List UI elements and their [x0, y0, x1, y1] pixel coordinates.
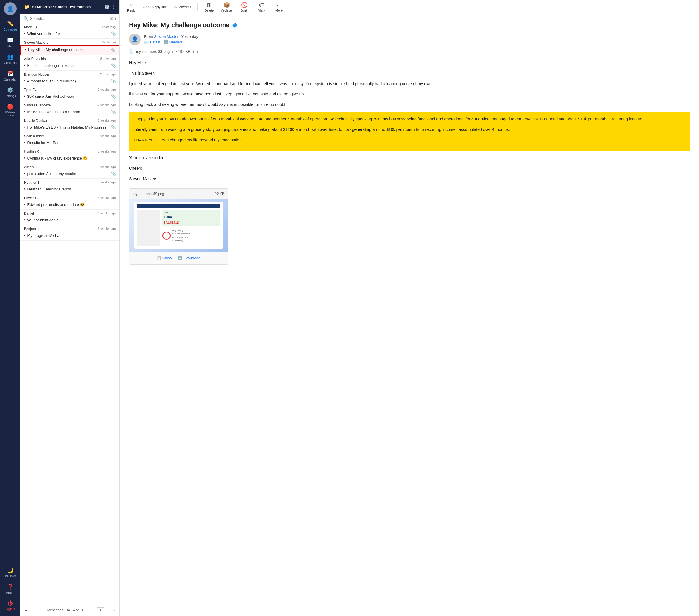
junk-button[interactable]: 🚫 Junk — [238, 2, 250, 12]
sender-name: Sean Kimber — [24, 134, 44, 138]
email-date: 5 weeks ago — [98, 165, 116, 169]
delete-label: Delete — [205, 9, 214, 12]
current-page[interactable]: 1 — [97, 607, 104, 613]
sender-name: Brandon Nguyen — [24, 72, 50, 77]
show-button[interactable]: 📋 Show — [157, 255, 172, 261]
archive-button[interactable]: 📦 Archive — [221, 2, 233, 12]
download-button[interactable]: ⬇️ Download — [178, 255, 200, 261]
more-options-icon[interactable]: ⋮ — [112, 5, 116, 9]
headers-link[interactable]: ℹ️ Headers — [164, 40, 183, 44]
search-icon: 🔍 — [23, 16, 28, 21]
email-attachment-icon: 📎 — [111, 94, 116, 98]
mock-circle-group: Avg earning of$10,000 Per monthafter 4 m… — [162, 229, 220, 243]
filter-icons: ✉ ▾ — [110, 16, 116, 21]
reply-all-label: Reply all — [152, 5, 164, 9]
email-subject-text: Finished challenge - results — [27, 63, 109, 68]
email-list-item[interactable]: • Hey Mike; My challenge outcome 📎 — [21, 45, 119, 55]
email-subject-text: Edward pro results and update 😎 — [27, 202, 116, 207]
from-name[interactable]: Steven Masters — [154, 35, 180, 39]
delete-button[interactable]: 🗑 Delete — [203, 2, 215, 12]
sidebar-item-webmail-home[interactable]: 🔴 WebmailHome — [0, 101, 21, 120]
reply-button[interactable]: ↩ Reply — [126, 2, 137, 12]
email-attachment-icon: 📎 — [110, 48, 115, 52]
email-sender-row: Sean Kimber3 weeks ago — [21, 132, 119, 139]
email-list-item[interactable]: • 4 month results (in recurring) 📎 — [21, 77, 119, 86]
mock-sidebar — [137, 210, 160, 246]
sidebar-item-calendar[interactable]: 📅 Calendar — [0, 67, 21, 84]
forward-button[interactable]: ↪ Forward ▾ — [172, 4, 191, 10]
sender-name: Steven Masters — [24, 41, 48, 45]
attachment-preview: my-numbers-$$.png ~192 KB Clicks 1,384 — [129, 188, 228, 265]
refresh-icon[interactable]: 🔄 — [104, 5, 109, 9]
email-date: 12 days ago — [98, 72, 116, 77]
email-list-item[interactable]: • your student daniel — [21, 216, 119, 225]
sidebar-item-mail[interactable]: ✉️ Mail — [0, 34, 21, 51]
email-list-item[interactable]: • $9K since Jan Michael wow 📎 — [21, 92, 119, 102]
email-bullet: • — [24, 171, 26, 176]
attachment-preview-footer: 📋 Show ⬇️ Download — [129, 252, 228, 264]
email-sender-row: Sandra Franceze2 weeks ago — [21, 102, 119, 108]
topbar-actions: 🔄 ⋮ — [104, 5, 116, 9]
email-date: 6 weeks ago — [98, 227, 116, 231]
email-list-item[interactable]: • Edward pro results and update 😎 — [21, 201, 119, 210]
mock-main: Clicks 1,384 $41,614.23 Avg earning of$1… — [162, 210, 220, 246]
last-page-button[interactable]: » — [111, 607, 116, 613]
email-subject-text: Hey Mike; My challenge outcome — [28, 48, 109, 52]
more-button[interactable]: ⋯ More — [273, 2, 285, 12]
sidebar-item-about[interactable]: ❓ About — [0, 581, 21, 597]
details-link[interactable]: ✉️ Details — [144, 40, 161, 44]
sender-name: Aileen — [24, 165, 34, 169]
mark-icon: 🏷 — [259, 2, 264, 8]
details-icon: ✉️ — [144, 40, 149, 44]
body-greeting: Hey Mike — [129, 59, 690, 67]
sender-name: Marie .B. — [24, 25, 38, 29]
sender-name: Daniel — [24, 212, 34, 216]
email-sender-row: Aria Reynolds8 days ago — [21, 55, 119, 62]
prev-page-button[interactable]: ‹ — [30, 607, 34, 613]
email-bullet: • — [25, 47, 26, 52]
mark-button[interactable]: 🏷 Mark — [256, 2, 267, 12]
email-sender-row: Daniel6 weeks ago — [21, 210, 119, 216]
email-list-item[interactable]: • My progress Michael — [21, 231, 119, 241]
sidebar-item-label: Mail — [7, 44, 13, 48]
sidebar-item-logout[interactable]: ⏻ Logout — [0, 597, 21, 614]
email-list-item[interactable]: • Heather T. earnings report — [21, 185, 119, 194]
email-sender-row: Natalie Dunbar2 weeks ago — [21, 117, 119, 123]
next-page-button[interactable]: › — [106, 607, 110, 613]
email-list-item[interactable]: • Mr Bashi - Results from Sandra 📎 — [21, 108, 119, 117]
email-list-item[interactable]: • Results for Mr. Bashi — [21, 139, 119, 148]
subject-text: Hey Mike; My challenge outcome — [129, 21, 229, 29]
webmail-icon: 🔴 — [7, 104, 13, 110]
compose-icon: ✏️ — [7, 21, 13, 27]
sender-name: Tyler Evans — [24, 88, 42, 92]
email-meta-links: ✉️ Details ℹ️ Headers — [144, 40, 198, 44]
search-input[interactable] — [30, 16, 108, 21]
headers-icon: ℹ️ — [164, 40, 168, 44]
email-list-item[interactable]: • pro studen Aileen, my results 📎 — [21, 170, 119, 179]
email-list-item[interactable]: • Finished challenge - results 📎 — [21, 62, 119, 70]
email-bullet: • — [24, 124, 26, 130]
show-icon: 📋 — [157, 255, 161, 261]
first-page-button[interactable]: « — [24, 607, 29, 613]
sidebar-item-dark-mode[interactable]: 🌙 Dark mode — [0, 564, 21, 581]
dropdown-icon[interactable]: ▾ — [114, 16, 116, 21]
sidebar-item-settings[interactable]: ⚙️ Settings — [0, 84, 21, 101]
body-closing3: Steven Masters — [129, 176, 690, 183]
email-list-item[interactable]: • Cynthia K - My crazy experience 😊 — [21, 154, 119, 163]
reply-label: Reply — [127, 9, 135, 12]
email-bullet: • — [24, 217, 26, 223]
mail-filter-icon[interactable]: ✉ — [110, 16, 113, 21]
mock-metric-1: Clicks 1,384 $41,614.23 — [162, 210, 220, 226]
email-bullet: • — [24, 140, 26, 145]
reply-all-button[interactable]: ↩↩ Reply all ▾ — [143, 4, 167, 10]
settings-icon: ⚙️ — [7, 87, 13, 93]
sidebar-item-contacts[interactable]: 👥 Contacts — [0, 51, 21, 67]
attachment-dropdown-icon[interactable]: ▾ — [196, 49, 198, 54]
sidebar-item-compose[interactable]: ✏️ Compose — [0, 17, 21, 34]
attachment-size: ( — [172, 49, 173, 54]
mock-circle-1 — [162, 231, 171, 240]
from-date: Yesterday — [182, 35, 198, 39]
email-list-item[interactable]: • What you asked for 📎 — [21, 30, 119, 39]
email-bullet: • — [24, 156, 26, 161]
email-list-item[interactable]: • For Mike's EYES - This is Natalie, My … — [21, 123, 119, 132]
